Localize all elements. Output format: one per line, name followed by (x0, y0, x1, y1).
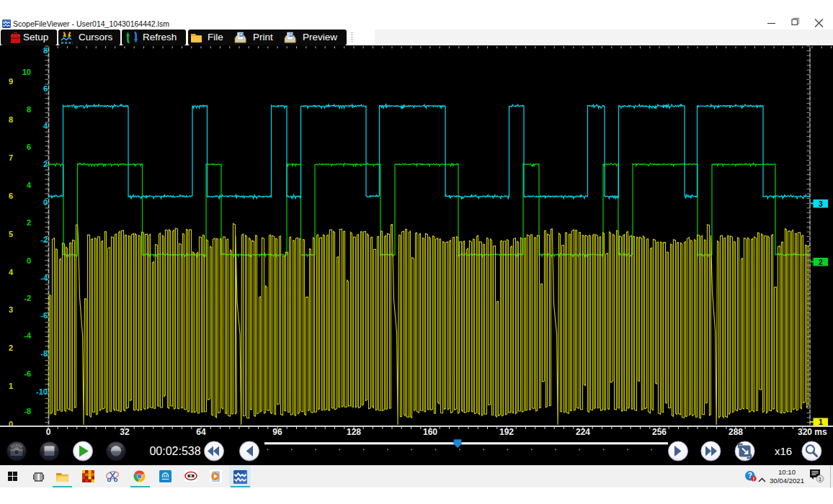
svg-text:2: 2 (9, 343, 13, 352)
svg-text:-10: -10 (36, 387, 48, 395)
svg-text:-8: -8 (40, 349, 48, 358)
svg-text:160: 160 (423, 426, 437, 436)
svg-text:6: 6 (9, 191, 13, 199)
svg-text:0: 0 (46, 426, 51, 436)
svg-text:0: 0 (27, 256, 31, 264)
svg-text:-4: -4 (40, 273, 48, 282)
svg-text:-2: -2 (40, 235, 48, 244)
svg-text:6: 6 (27, 143, 31, 151)
svg-text:128: 128 (347, 426, 361, 436)
svg-text:3: 3 (819, 199, 823, 207)
svg-text:3: 3 (9, 305, 13, 314)
svg-text:00:02:538: 00:02:538 (149, 445, 200, 457)
svg-text:320: 320 (798, 426, 812, 436)
svg-text:224: 224 (576, 426, 590, 436)
svg-text:4: 4 (43, 122, 48, 130)
svg-text:x16: x16 (775, 445, 792, 457)
svg-text:0: 0 (9, 420, 13, 428)
svg-text:4: 4 (27, 180, 32, 189)
svg-text:64: 64 (196, 426, 206, 436)
svg-text:-2: -2 (24, 294, 31, 302)
svg-text:8: 8 (43, 46, 48, 55)
svg-text:256: 256 (652, 426, 667, 436)
svg-text:2: 2 (43, 160, 48, 168)
svg-text:96: 96 (272, 426, 282, 436)
svg-text:32: 32 (120, 426, 130, 436)
svg-text:2: 2 (27, 218, 31, 227)
svg-text:1: 1 (9, 382, 13, 390)
svg-text:288: 288 (729, 426, 743, 436)
svg-text:1: 1 (819, 476, 822, 482)
svg-text:-8: -8 (24, 407, 31, 415)
svg-text:0: 0 (43, 197, 48, 206)
svg-text:1: 1 (819, 418, 823, 426)
svg-text:5: 5 (9, 229, 13, 238)
svg-text:9: 9 (9, 76, 13, 85)
svg-text:7: 7 (9, 153, 13, 161)
svg-text:8: 8 (9, 114, 13, 123)
svg-text:-4: -4 (24, 331, 32, 340)
svg-text:2: 2 (819, 257, 823, 266)
svg-text:-6: -6 (40, 311, 48, 320)
svg-text:8: 8 (27, 105, 31, 114)
svg-text:192: 192 (499, 426, 514, 436)
svg-text:10: 10 (22, 67, 31, 76)
svg-text:6: 6 (43, 84, 48, 92)
svg-text:-6: -6 (24, 369, 31, 377)
svg-text:4: 4 (9, 267, 14, 276)
svg-text:ms: ms (814, 426, 827, 436)
